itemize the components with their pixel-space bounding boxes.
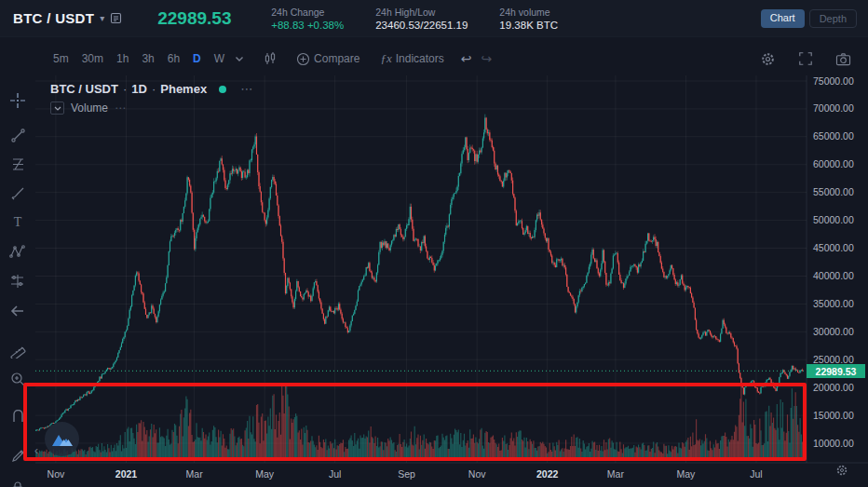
settings-gear-icon[interactable] [754,51,781,67]
stat-label: 24h Change [271,7,344,18]
svg-text:Jul: Jul [750,468,762,480]
depth-view-button[interactable]: Depth [809,9,857,28]
chart-view-button[interactable]: Chart [761,9,805,28]
legend-symbol: BTC / USDT [50,82,118,96]
volume-more-button[interactable]: ⋯ [115,101,127,115]
fullscreen-icon[interactable] [793,51,819,67]
legend-interval: 1D [131,82,147,96]
volume-study-label: Volume [71,101,108,115]
svg-text:70000.00: 70000.00 [813,102,854,114]
svg-text:2021: 2021 [115,468,138,480]
interval-chevron-down-icon[interactable] [229,56,250,62]
text-tool-icon[interactable]: T [8,213,27,232]
svg-text:2022: 2022 [536,468,559,480]
annotation-rectangle [23,383,807,461]
chevron-down-icon: ▾ [100,13,104,23]
stat-24h-change: 24h Change +88.83 +0.38% [271,7,344,31]
svg-text:25000.00: 25000.00 [813,354,854,365]
indicators-button[interactable]: ƒx Indicators [380,51,443,66]
stat-value: 23460.53/22651.19 [375,20,468,31]
volume-collapse-chevron-icon[interactable] [50,101,64,115]
svg-text:May: May [255,468,275,480]
fx-icon: ƒx [380,51,391,66]
interval-button-30m[interactable]: 30m [77,49,108,68]
stat-24h-volume: 24h volume 19.38K BTC [499,7,558,31]
history-controls: ↩ ↪ [461,51,492,66]
chart-toolbar: 5m30m1h3h6hDW Compare ƒx Indicators ↩ ↪ [35,42,868,75]
stat-24h-high-low: 24h High/Low 23460.53/22651.19 [375,7,468,31]
interval-button-3h[interactable]: 3h [137,49,158,68]
stat-label: 24h volume [499,7,558,18]
interval-button-6h[interactable]: 6h [163,49,184,68]
svg-text:10000.00: 10000.00 [813,438,854,449]
compare-label: Compare [314,52,359,65]
svg-text:30000.00: 30000.00 [813,326,854,337]
svg-text:35000.00: 35000.00 [813,298,854,309]
svg-text:65000.00: 65000.00 [813,130,854,142]
contract-spec-icon[interactable] [110,12,122,24]
brush-icon[interactable] [8,183,27,202]
top-info-bar: BTC / USDT ▾ 22989.53 24h Change +88.83 … [0,0,868,37]
chart-legend: BTC / USDT · 1D · Phemex ⋯ [50,82,253,96]
svg-text:15000.00: 15000.00 [813,410,854,421]
volume-study-row: Volume ⋯ [50,101,127,115]
undo-icon[interactable]: ↩ [461,51,472,66]
fib-tools-icon[interactable] [8,155,27,173]
legend-separator: · [123,82,127,96]
arrow-left-icon[interactable] [8,302,27,320]
crosshair-icon[interactable] [8,91,27,110]
svg-text:Mar: Mar [186,468,204,480]
symbol-name: BTC / USDT [13,10,94,26]
legend-more-button[interactable]: ⋯ [240,82,253,96]
stats-strip: 24h Change +88.83 +0.38% 24h High/Low 23… [271,7,558,31]
interval-buttons: 5m30m1h3h6hDW [35,49,229,68]
last-price: 22989.53 [157,8,247,29]
svg-text:40000.00: 40000.00 [813,270,854,281]
svg-text:55000.00: 55000.00 [813,186,854,197]
interval-button-1h[interactable]: 1h [112,49,133,68]
interval-button-5m[interactable]: 5m [48,49,74,68]
svg-text:50000.00: 50000.00 [813,214,854,225]
svg-text:Nov: Nov [468,468,486,480]
svg-text:Nov: Nov [47,468,65,480]
svg-text:45000.00: 45000.00 [813,242,854,253]
current-price-axis-label: 22989.53 [807,364,865,378]
legend-separator: · [152,82,156,96]
timezone-gear-icon [838,467,847,475]
ruler-icon[interactable] [8,341,27,359]
redo-icon[interactable]: ↪ [481,51,493,66]
stat-value: 19.38K BTC [499,20,558,31]
svg-text:Sep: Sep [398,468,415,480]
svg-text:60000.00: 60000.00 [813,158,854,169]
symbol-selector[interactable]: BTC / USDT ▾ [0,10,131,26]
chart-depth-toggle: Chart Depth [761,9,857,28]
interval-button-w[interactable]: W [210,49,229,68]
market-status-dot-icon [219,86,226,93]
stat-value: +88.83 +0.38% [271,20,344,31]
stat-label: 24h High/Low [375,7,468,18]
compare-button[interactable]: Compare [296,52,359,66]
toolbar-right-icons [754,51,868,67]
time-axis-labels: Nov2021MarMayJulSepNov2022MarMayJul [47,468,763,480]
camera-icon[interactable] [830,51,857,67]
trendline-icon[interactable] [8,126,27,144]
interval-button-d[interactable]: D [188,49,206,68]
indicators-label: Indicators [396,52,444,65]
xabcd-pattern-icon[interactable] [8,242,27,261]
lock-icon[interactable] [8,479,27,487]
forecast-tool-icon[interactable] [8,272,27,291]
legend-exchange: Phemex [160,82,207,96]
svg-text:Mar: Mar [607,468,625,480]
svg-text:20000.00: 20000.00 [813,382,854,393]
svg-text:Jul: Jul [329,468,341,480]
svg-text:75000.00: 75000.00 [813,75,854,87]
price-axis-labels: 75000.0070000.0065000.0060000.0055000.00… [813,75,854,449]
svg-text:May: May [676,468,696,480]
candle-style-icon[interactable] [257,51,283,67]
